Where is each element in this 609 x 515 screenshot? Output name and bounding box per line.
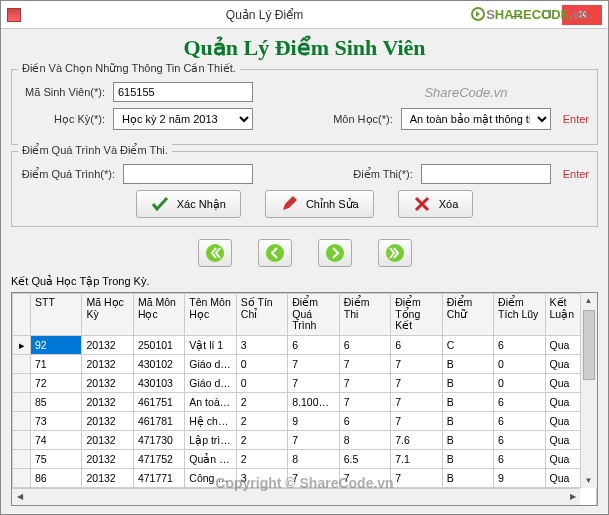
prev-icon — [265, 243, 285, 263]
table-row[interactable]: 7220132430103Giáo dụ...0777B0Qua — [13, 373, 597, 392]
nav-first-button[interactable] — [198, 239, 232, 267]
confirm-button[interactable]: Xác Nhận — [136, 190, 241, 218]
results-label: Kết Quả Học Tập Trong Kỳ. — [11, 275, 598, 288]
name-display: ShareCode.vn — [381, 85, 551, 100]
page-title: Quản Lý Điểm Sinh Viên — [11, 35, 598, 61]
mon-hoc-select[interactable]: An toàn bảo mật thông tin — [401, 108, 551, 130]
scroll-left-icon[interactable]: ◀ — [12, 489, 27, 504]
content-area: Quản Lý Điểm Sinh Viên Điền Và Chọn Nhữn… — [1, 29, 608, 514]
first-icon — [205, 243, 225, 263]
nav-next-button[interactable] — [318, 239, 352, 267]
table-row[interactable]: ▸9220132250101Vật lí 13666C6Qua — [13, 335, 597, 354]
enter-link-2[interactable]: Enter — [563, 168, 589, 180]
svg-point-3 — [326, 244, 344, 262]
sharecode-watermark: SHARECODE.vn — [470, 6, 588, 22]
edit-button[interactable]: Chỉnh Sửa — [265, 190, 374, 218]
mon-hoc-label: Môn Học(*): — [328, 113, 393, 126]
scroll-up-icon[interactable]: ▲ — [581, 293, 596, 308]
x-icon — [413, 195, 431, 213]
nav-last-button[interactable] — [378, 239, 412, 267]
vertical-scrollbar[interactable]: ▲ ▼ — [580, 293, 597, 488]
ma-sv-label: Mã Sinh Viên(*): — [20, 86, 105, 98]
col-header[interactable]: Điểm Tổng Kết — [391, 294, 442, 336]
delete-button[interactable]: Xóa — [398, 190, 474, 218]
col-header[interactable]: Điểm Thi — [339, 294, 390, 336]
table-row[interactable]: 7420132471730Lập trìn...2787.6B6Qua — [13, 430, 597, 449]
results-grid[interactable]: STTMã Học KỳMã Môn HọcTên Môn HọcSố Tín … — [11, 292, 598, 506]
group2-legend: Điểm Quá Trình Và Điểm Thi. — [18, 144, 172, 157]
window-title: Quản Lý Điểm — [27, 8, 502, 22]
horizontal-scrollbar[interactable]: ◀ ▶ — [12, 488, 580, 505]
enter-link-1[interactable]: Enter — [563, 113, 589, 125]
student-info-group: Điền Và Chọn Những Thông Tin Cần Thiết. … — [11, 69, 598, 145]
table-row[interactable]: 7520132471752Quản lý ...286.57.1B6Qua — [13, 449, 597, 468]
dt-label: Điểm Thi(*): — [348, 168, 413, 181]
scroll-right-icon[interactable]: ▶ — [565, 489, 580, 504]
score-group: Điểm Quá Trình Và Điểm Thi. Điểm Quá Trì… — [11, 151, 598, 227]
col-header[interactable]: Mã Học Kỳ — [82, 294, 133, 336]
table-row[interactable]: 8520132461751An toàn...28.10000...77B6Qu… — [13, 392, 597, 411]
nav-row — [11, 239, 598, 267]
pencil-icon — [280, 195, 298, 213]
app-window: Quản Lý Điểm — ☐ ✕ SHARECODE.vn Quản Lý … — [0, 0, 609, 515]
dqt-input[interactable] — [123, 164, 253, 184]
scroll-down-icon[interactable]: ▼ — [581, 473, 596, 488]
check-icon — [151, 195, 169, 213]
next-icon — [325, 243, 345, 263]
hoc-ky-label: Học Kỳ(*): — [20, 113, 105, 126]
dqt-label: Điểm Quá Trình(*): — [20, 168, 115, 181]
table-row[interactable]: 7120132430102Giáo dụ...0777B0Qua — [13, 354, 597, 373]
col-header[interactable]: Tên Môn Học — [185, 294, 236, 336]
nav-prev-button[interactable] — [258, 239, 292, 267]
app-icon — [7, 8, 21, 22]
group1-legend: Điền Và Chọn Những Thông Tin Cần Thiết. — [18, 62, 240, 75]
table-row[interactable]: 8620132471771Công n...3777B9Qua — [13, 468, 597, 487]
ma-sv-input[interactable] — [113, 82, 253, 102]
col-header[interactable]: Điểm Chữ — [442, 294, 493, 336]
col-header[interactable]: Số Tín Chỉ — [236, 294, 287, 336]
hoc-ky-select[interactable]: Học kỳ 2 năm 2013 — [113, 108, 253, 130]
dt-input[interactable] — [421, 164, 551, 184]
col-header[interactable]: STT — [31, 294, 82, 336]
titlebar: Quản Lý Điểm — ☐ ✕ SHARECODE.vn — [1, 1, 608, 29]
scroll-thumb[interactable] — [583, 310, 595, 380]
last-icon — [385, 243, 405, 263]
table-row[interactable]: 7320132461781Hệ chu...2967B6Qua — [13, 411, 597, 430]
col-header[interactable]: Điểm Quá Trình — [288, 294, 339, 336]
col-header[interactable]: Điểm Tích Lũy — [494, 294, 545, 336]
col-header[interactable]: Mã Môn Học — [133, 294, 184, 336]
svg-point-2 — [266, 244, 284, 262]
